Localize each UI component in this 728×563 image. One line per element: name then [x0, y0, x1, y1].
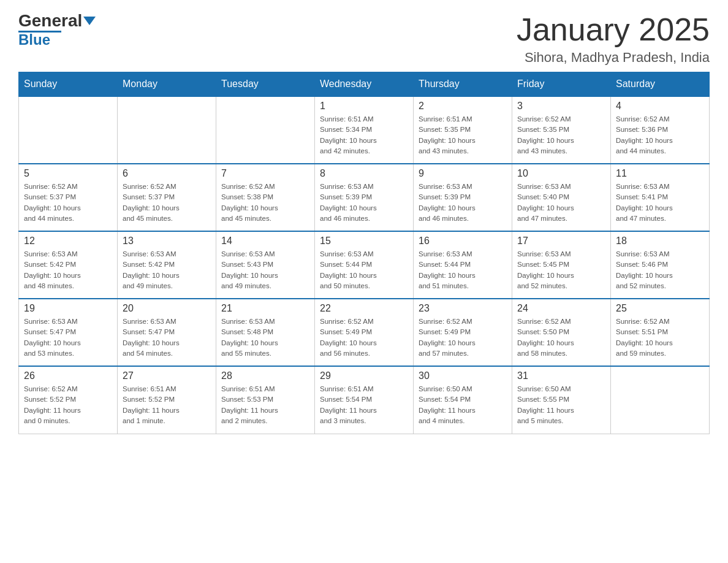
cell-week2-day6: 11Sunrise: 6:53 AMSunset: 5:41 PMDayligh…	[611, 164, 710, 231]
day-number: 1	[320, 101, 408, 112]
day-number: 31	[517, 370, 605, 381]
cell-week3-day6: 18Sunrise: 6:53 AMSunset: 5:46 PMDayligh…	[611, 231, 710, 299]
day-info: Sunrise: 6:53 AMSunset: 5:40 PMDaylight:…	[517, 182, 605, 224]
col-wednesday: Wednesday	[315, 72, 414, 97]
day-number: 15	[320, 236, 408, 247]
day-number: 22	[320, 303, 408, 314]
page-header: General Blue January 2025 Sihora, Madhya…	[18, 12, 710, 66]
day-info: Sunrise: 6:52 AMSunset: 5:51 PMDaylight:…	[616, 316, 704, 359]
cell-week5-day3: 29Sunrise: 6:51 AMSunset: 5:54 PMDayligh…	[315, 366, 414, 434]
day-number: 3	[517, 101, 605, 112]
day-info: Sunrise: 6:53 AMSunset: 5:44 PMDaylight:…	[320, 249, 408, 291]
col-thursday: Thursday	[414, 72, 512, 97]
calendar-header-row: Sunday Monday Tuesday Wednesday Thursday…	[19, 72, 710, 97]
day-number: 10	[517, 168, 605, 179]
day-number: 13	[123, 236, 211, 247]
col-monday: Monday	[118, 72, 216, 97]
day-number: 19	[24, 303, 112, 314]
cell-week1-day0	[19, 96, 118, 164]
day-number: 5	[24, 168, 112, 179]
day-info: Sunrise: 6:51 AMSunset: 5:52 PMDaylight:…	[123, 384, 211, 426]
cell-week1-day4: 2Sunrise: 6:51 AMSunset: 5:35 PMDaylight…	[414, 96, 512, 164]
week-row-5: 26Sunrise: 6:52 AMSunset: 5:52 PMDayligh…	[19, 366, 710, 434]
day-number: 28	[221, 370, 309, 381]
cell-week4-day5: 24Sunrise: 6:52 AMSunset: 5:50 PMDayligh…	[512, 299, 611, 366]
cell-week4-day1: 20Sunrise: 6:53 AMSunset: 5:47 PMDayligh…	[118, 299, 216, 366]
day-info: Sunrise: 6:52 AMSunset: 5:37 PMDaylight:…	[123, 182, 211, 224]
cell-week4-day3: 22Sunrise: 6:52 AMSunset: 5:49 PMDayligh…	[315, 299, 414, 366]
col-sunday: Sunday	[19, 72, 118, 97]
cell-week1-day2	[216, 96, 315, 164]
day-number: 7	[221, 168, 309, 179]
day-number: 4	[616, 101, 704, 112]
day-info: Sunrise: 6:53 AMSunset: 5:47 PMDaylight:…	[24, 316, 112, 359]
day-number: 20	[123, 303, 211, 314]
cell-week3-day2: 14Sunrise: 6:53 AMSunset: 5:43 PMDayligh…	[216, 231, 315, 299]
cell-week2-day5: 10Sunrise: 6:53 AMSunset: 5:40 PMDayligh…	[512, 164, 611, 231]
week-row-2: 5Sunrise: 6:52 AMSunset: 5:37 PMDaylight…	[19, 164, 710, 231]
day-info: Sunrise: 6:52 AMSunset: 5:49 PMDaylight:…	[419, 316, 507, 359]
logo-triangle-icon	[83, 17, 96, 25]
col-tuesday: Tuesday	[216, 72, 315, 97]
calendar-table: Sunday Monday Tuesday Wednesday Thursday…	[18, 72, 710, 434]
cell-week3-day1: 13Sunrise: 6:53 AMSunset: 5:42 PMDayligh…	[118, 231, 216, 299]
title-block: January 2025 Sihora, Madhya Pradesh, Ind…	[517, 12, 710, 66]
cell-week1-day1	[118, 96, 216, 164]
day-number: 29	[320, 370, 408, 381]
day-number: 25	[616, 303, 704, 314]
week-row-4: 19Sunrise: 6:53 AMSunset: 5:47 PMDayligh…	[19, 299, 710, 366]
day-info: Sunrise: 6:53 AMSunset: 5:46 PMDaylight:…	[616, 249, 704, 291]
day-number: 16	[419, 236, 507, 247]
day-info: Sunrise: 6:53 AMSunset: 5:39 PMDaylight:…	[320, 182, 408, 224]
day-number: 12	[24, 236, 112, 247]
cell-week1-day5: 3Sunrise: 6:52 AMSunset: 5:35 PMDaylight…	[512, 96, 611, 164]
day-info: Sunrise: 6:53 AMSunset: 5:47 PMDaylight:…	[123, 316, 211, 359]
day-number: 18	[616, 236, 704, 247]
calendar-subtitle: Sihora, Madhya Pradesh, India	[517, 50, 710, 66]
day-number: 9	[419, 168, 507, 179]
cell-week4-day4: 23Sunrise: 6:52 AMSunset: 5:49 PMDayligh…	[414, 299, 512, 366]
cell-week5-day2: 28Sunrise: 6:51 AMSunset: 5:53 PMDayligh…	[216, 366, 315, 434]
cell-week1-day6: 4Sunrise: 6:52 AMSunset: 5:36 PMDaylight…	[611, 96, 710, 164]
day-number: 30	[419, 370, 507, 381]
col-friday: Friday	[512, 72, 611, 97]
day-number: 11	[616, 168, 704, 179]
cell-week2-day2: 7Sunrise: 6:52 AMSunset: 5:38 PMDaylight…	[216, 164, 315, 231]
day-info: Sunrise: 6:50 AMSunset: 5:54 PMDaylight:…	[419, 384, 507, 426]
week-row-3: 12Sunrise: 6:53 AMSunset: 5:42 PMDayligh…	[19, 231, 710, 299]
day-info: Sunrise: 6:53 AMSunset: 5:43 PMDaylight:…	[221, 249, 309, 291]
day-info: Sunrise: 6:53 AMSunset: 5:48 PMDaylight:…	[221, 316, 309, 359]
week-row-1: 1Sunrise: 6:51 AMSunset: 5:34 PMDaylight…	[19, 96, 710, 164]
cell-week5-day4: 30Sunrise: 6:50 AMSunset: 5:54 PMDayligh…	[414, 366, 512, 434]
day-number: 24	[517, 303, 605, 314]
logo-text-main: General	[18, 12, 82, 29]
col-saturday: Saturday	[611, 72, 710, 97]
cell-week5-day5: 31Sunrise: 6:50 AMSunset: 5:55 PMDayligh…	[512, 366, 611, 434]
day-info: Sunrise: 6:51 AMSunset: 5:54 PMDaylight:…	[320, 384, 408, 426]
day-info: Sunrise: 6:52 AMSunset: 5:49 PMDaylight:…	[320, 316, 408, 359]
day-info: Sunrise: 6:53 AMSunset: 5:42 PMDaylight:…	[24, 249, 112, 291]
cell-week2-day0: 5Sunrise: 6:52 AMSunset: 5:37 PMDaylight…	[19, 164, 118, 231]
cell-week5-day6	[611, 366, 710, 434]
cell-week5-day0: 26Sunrise: 6:52 AMSunset: 5:52 PMDayligh…	[19, 366, 118, 434]
day-number: 21	[221, 303, 309, 314]
day-info: Sunrise: 6:52 AMSunset: 5:38 PMDaylight:…	[221, 182, 309, 224]
cell-week2-day1: 6Sunrise: 6:52 AMSunset: 5:37 PMDaylight…	[118, 164, 216, 231]
day-number: 6	[123, 168, 211, 179]
cell-week3-day3: 15Sunrise: 6:53 AMSunset: 5:44 PMDayligh…	[315, 231, 414, 299]
logo-text-blue: Blue	[18, 33, 50, 47]
day-number: 26	[24, 370, 112, 381]
cell-week5-day1: 27Sunrise: 6:51 AMSunset: 5:52 PMDayligh…	[118, 366, 216, 434]
day-info: Sunrise: 6:51 AMSunset: 5:34 PMDaylight:…	[320, 114, 408, 156]
day-info: Sunrise: 6:53 AMSunset: 5:42 PMDaylight:…	[123, 249, 211, 291]
calendar-title: January 2025	[517, 12, 710, 47]
day-info: Sunrise: 6:50 AMSunset: 5:55 PMDaylight:…	[517, 384, 605, 426]
day-info: Sunrise: 6:52 AMSunset: 5:37 PMDaylight:…	[24, 182, 112, 224]
day-number: 2	[419, 101, 507, 112]
day-info: Sunrise: 6:51 AMSunset: 5:35 PMDaylight:…	[419, 114, 507, 156]
day-info: Sunrise: 6:53 AMSunset: 5:41 PMDaylight:…	[616, 182, 704, 224]
day-info: Sunrise: 6:52 AMSunset: 5:36 PMDaylight:…	[616, 114, 704, 156]
day-info: Sunrise: 6:53 AMSunset: 5:39 PMDaylight:…	[419, 182, 507, 224]
cell-week1-day3: 1Sunrise: 6:51 AMSunset: 5:34 PMDaylight…	[315, 96, 414, 164]
cell-week2-day3: 8Sunrise: 6:53 AMSunset: 5:39 PMDaylight…	[315, 164, 414, 231]
